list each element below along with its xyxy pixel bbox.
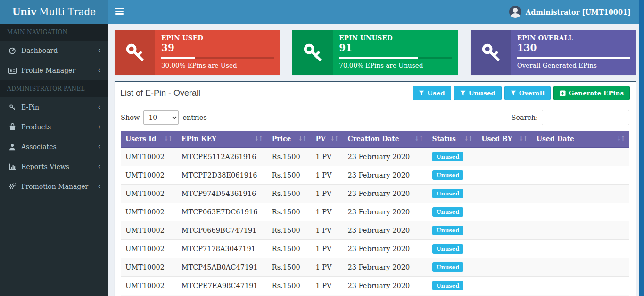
cell-users-id: UMT10002 xyxy=(121,277,177,295)
cell-price: Rs.1500 xyxy=(267,185,311,203)
col-header-price[interactable]: Price↓↑ xyxy=(267,131,311,147)
sidebar-item-promotion-manager[interactable]: Promotion Manager ‹ xyxy=(0,177,108,196)
table-row[interactable]: UMT10002 MTCPE7EA98C47191 Rs.1500 1 PV 2… xyxy=(121,277,629,295)
gears-icon xyxy=(7,183,17,190)
sidebar-item-e-pin[interactable]: E-Pin ‹ xyxy=(0,97,108,117)
col-header-pv[interactable]: PV↓↑ xyxy=(311,131,343,147)
col-header-used-by[interactable]: Used BY↓↑ xyxy=(477,131,532,147)
progress-track xyxy=(161,57,274,59)
cell-used-date xyxy=(532,258,629,277)
key-icon xyxy=(7,104,17,111)
table-row[interactable]: UMT10002 MTCP063E7DC61916 Rs.1500 1 PV 2… xyxy=(121,203,629,221)
sidebar-item-reports-views[interactable]: Reports Views ‹ xyxy=(0,157,108,177)
sidebar-item-associates[interactable]: Associates ‹ xyxy=(0,137,108,157)
chevron-left-icon: ‹ xyxy=(98,144,101,149)
cell-status: Unused xyxy=(428,240,477,258)
chevron-left-icon: ‹ xyxy=(98,125,101,129)
col-header-used-date[interactable]: Used Date↓↑ xyxy=(532,131,629,147)
search-input[interactable] xyxy=(542,110,629,125)
table-row[interactable]: UMT10002 MTCP45AB0AC47191 Rs.1500 1 PV 2… xyxy=(121,258,629,277)
sidebar-item-products[interactable]: Products ‹ xyxy=(0,117,108,137)
table-header-row: Users Id↓↑ EPin KEY↓↑ Price↓↑ PV↓↑ Creat… xyxy=(121,131,629,147)
status-badge: Unused xyxy=(432,152,464,161)
col-header-status[interactable]: Status↓↑ xyxy=(428,131,477,147)
epin-list-panel: List of E-Pin - Overall Used Unused xyxy=(115,81,636,296)
cell-users-id: UMT10002 xyxy=(121,221,177,240)
cell-status: Unused xyxy=(428,258,477,277)
cell-status: Unused xyxy=(428,166,477,185)
status-badge: Unused xyxy=(432,262,464,272)
cell-pv: 1 PV xyxy=(311,258,343,277)
button-label: Generate EPins xyxy=(569,89,624,97)
cell-creation-date: 23 February 2020 xyxy=(343,147,427,166)
table-row[interactable]: UMT10002 MTCP974D54361916 Rs.1500 1 PV 2… xyxy=(121,185,629,203)
filter-overall-button[interactable]: Overall xyxy=(504,86,551,100)
sort-icon: ↓↑ xyxy=(414,135,423,142)
cell-status: Unused xyxy=(428,185,477,203)
stat-card-epin-unused[interactable]: EPIN UNUSED 91 70.00% EPins are Unused xyxy=(292,30,457,75)
user-icon xyxy=(7,144,17,151)
page-size-select[interactable]: 10 xyxy=(143,110,179,125)
top-navbar: Administrator [UMT10001] xyxy=(108,0,644,24)
sort-icon: ↓↑ xyxy=(164,135,172,142)
generate-epins-button[interactable]: Generate EPins xyxy=(553,86,630,100)
cell-status: Unused xyxy=(428,221,477,240)
stat-card-epin-used[interactable]: EPIN USED 39 30.00% EPins are Used xyxy=(115,30,280,75)
stat-description: Overall Generated EPins xyxy=(517,61,630,69)
col-header-creation-date[interactable]: Creation Date↓↑ xyxy=(343,131,427,147)
chevron-left-icon: ‹ xyxy=(98,184,101,189)
cell-price: Rs.1500 xyxy=(267,147,311,166)
progress-bar xyxy=(161,57,195,59)
table-row[interactable]: UMT10002 MTCP7178A3047191 Rs.1500 1 PV 2… xyxy=(121,240,629,258)
cell-price: Rs.1500 xyxy=(267,258,311,277)
user-menu[interactable]: Administrator [UMT10001] xyxy=(509,0,631,24)
button-label: Unused xyxy=(469,89,495,97)
sort-icon: ↓↑ xyxy=(463,135,472,142)
status-badge: Unused xyxy=(432,281,464,290)
cell-creation-date: 23 February 2020 xyxy=(343,277,427,295)
cell-users-id: UMT10002 xyxy=(121,240,177,258)
user-label: Administrator [UMT10001] xyxy=(526,8,631,16)
table-row[interactable]: UMT10002 MTCP0669BC747191 Rs.1500 1 PV 2… xyxy=(121,221,629,240)
cell-epin-key: MTCP7178A3047191 xyxy=(177,240,267,258)
stat-card-epin-overall[interactable]: EPIN OVERALL 130 Overall Generated EPins xyxy=(471,30,636,75)
status-badge: Unused xyxy=(432,244,464,254)
key-icon xyxy=(115,30,155,75)
show-label: Show xyxy=(121,114,140,121)
filter-unused-button[interactable]: Unused xyxy=(454,86,502,100)
app-logo[interactable]: Univ Multi Trade xyxy=(0,0,108,24)
cell-epin-key: MTCPE5112A261916 xyxy=(177,147,267,166)
status-badge: Unused xyxy=(432,189,464,198)
stat-cards-row: EPIN USED 39 30.00% EPins are Used EPIN … xyxy=(115,30,636,75)
cell-used-by xyxy=(477,203,532,221)
cell-price: Rs.1500 xyxy=(267,203,311,221)
stat-label: EPIN UNUSED xyxy=(339,34,452,42)
nav-section-main-navigation: MAIN NAVIGATION xyxy=(0,24,108,41)
filter-used-button[interactable]: Used xyxy=(413,86,451,100)
cell-creation-date: 23 February 2020 xyxy=(343,258,427,277)
cell-price: Rs.1500 xyxy=(267,277,311,295)
sort-icon: ↓↑ xyxy=(330,135,339,142)
key-icon xyxy=(471,30,511,75)
table-controls: Show 10 entries Search: xyxy=(115,104,636,130)
cell-users-id: UMT10002 xyxy=(121,166,177,185)
cell-users-id: UMT10002 xyxy=(121,185,177,203)
app-window: Univ Multi Trade MAIN NAVIGATION Dashboa… xyxy=(0,0,644,296)
col-header-epin-key[interactable]: EPin KEY↓↑ xyxy=(177,131,267,147)
plus-square-icon xyxy=(560,90,566,96)
col-header-users-id[interactable]: Users Id↓↑ xyxy=(121,131,177,147)
cell-used-by xyxy=(477,185,532,203)
scrollbar[interactable] xyxy=(639,0,644,296)
cell-used-by xyxy=(477,277,532,295)
sidebar-item-dashboard[interactable]: Dashboard ‹ xyxy=(0,41,108,60)
progress-track xyxy=(517,57,630,59)
stat-label: EPIN USED xyxy=(161,34,274,42)
cell-epin-key: MTCP0669BC747191 xyxy=(177,221,267,240)
table-row[interactable]: UMT10002 MTCPF2D38E061916 Rs.1500 1 PV 2… xyxy=(121,166,629,185)
table-row[interactable]: UMT10002 MTCPE5112A261916 Rs.1500 1 PV 2… xyxy=(121,147,629,166)
sort-icon: ↓↑ xyxy=(519,135,527,142)
cell-used-by xyxy=(477,258,532,277)
bar-chart-icon xyxy=(7,163,17,170)
sidebar-item-profile-manager[interactable]: Profile Manager ‹ xyxy=(0,60,108,80)
sidebar-toggle-button[interactable] xyxy=(115,8,124,16)
